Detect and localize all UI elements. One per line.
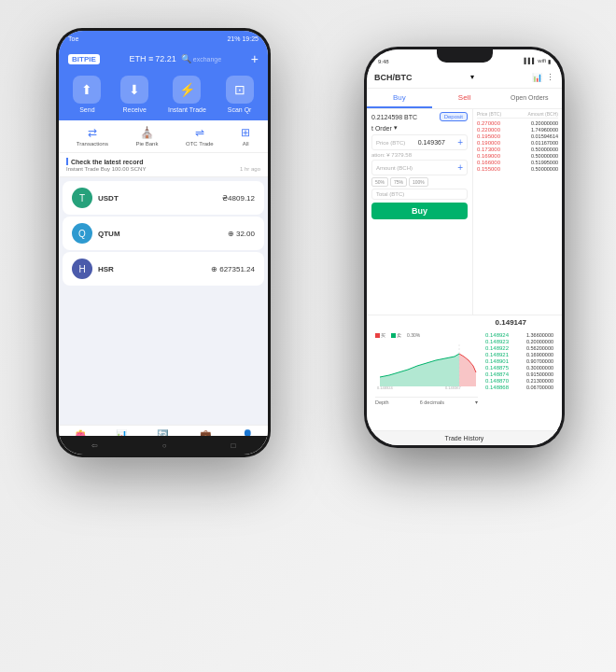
total-row[interactable]: Total (BTC) (371, 189, 468, 200)
scan-qr-button[interactable]: ⊡ Scan Qr (226, 76, 254, 113)
ob-sell-5[interactable]: 0.169000 0.50000000 (477, 153, 558, 159)
amount-plus-icon[interactable]: + (457, 162, 463, 173)
ob-buy-8[interactable]: 0.148868 0.06700000 (485, 385, 553, 390)
pct-75[interactable]: 75% (390, 177, 407, 187)
ob-buy-price-4: 0.148901 (485, 358, 509, 364)
ob-buy-2[interactable]: 0.148922 0.56200000 (485, 345, 553, 351)
amount-input-row[interactable]: Amount (BCH) + (371, 160, 468, 175)
android-carrier: Toe (68, 35, 78, 42)
pair-name: BCH/BTC (374, 73, 413, 82)
svg-text:0.148924: 0.148924 (377, 385, 393, 390)
ob-sell-6[interactable]: 0.166000 0.51995000 (477, 160, 558, 165)
buy-dot (375, 333, 380, 338)
ob-buy-7[interactable]: 0.148870 0.21300000 (485, 378, 553, 384)
pie-bank-button[interactable]: ⛪ Pie Bank (135, 126, 158, 147)
iphone-wifi: wifi (538, 58, 546, 64)
ob-buy-1[interactable]: 0.148923 0.20000000 (485, 339, 553, 344)
usdt-balance: ₴4809.12 (222, 194, 255, 203)
qtum-balance: ⊕ 32.00 (228, 230, 255, 238)
trade-history-button[interactable]: Trade History (367, 430, 562, 445)
ob-buy-0[interactable]: 0.148924 1.36600000 (485, 332, 553, 338)
notification-time: 1 hr ago (240, 166, 260, 172)
send-icon: ⬆ (73, 76, 101, 104)
tab-sell[interactable]: Sell (432, 89, 497, 108)
ob-buy-5[interactable]: 0.148875 0.30000000 (485, 365, 553, 371)
otc-trade-icon: ⇌ (195, 126, 204, 139)
ob-buy-price-1: 0.148923 (485, 339, 509, 344)
buy-button[interactable]: Buy (371, 203, 468, 219)
exchange-placeholder: exchange (193, 56, 221, 63)
ob-sell-1[interactable]: 0.220000 1.74960000 (477, 127, 558, 133)
ob-sell-2[interactable]: 0.195000 0.01594614 (477, 133, 558, 139)
send-button[interactable]: ⬆ Send (73, 76, 101, 113)
ob-buy-4[interactable]: 0.148901 0.90700000 (485, 358, 553, 364)
ob-sell-amount-0: 0.20000000 (531, 120, 558, 126)
ob-sell-amount-3: 0.01167000 (531, 140, 558, 146)
transactions-button[interactable]: ⇄ Transactions (77, 126, 108, 147)
trade-header: BCH/BTC ▾ 📊 ⋮ (367, 66, 562, 89)
ob-sell-7[interactable]: 0.155000 0.50000000 (477, 166, 558, 172)
ob-buy-amount-8: 0.06700000 (526, 385, 553, 390)
hsr-card[interactable]: H HSR ⊕ 627351.24 (63, 252, 264, 286)
search-icon[interactable]: 🔍 (181, 54, 191, 63)
bitpie-logo: BITPIE (68, 54, 100, 64)
ob-buy-price-6: 0.148874 (485, 371, 509, 377)
decimals-chevron[interactable]: ▾ (475, 399, 478, 405)
instant-trade-label: Instant Trade (168, 106, 206, 113)
ob-buy-price-3: 0.148921 (485, 352, 509, 357)
ob-sell-price-2: 0.195000 (477, 133, 500, 139)
scan-qr-icon: ⊡ (226, 76, 254, 104)
add-icon[interactable]: + (251, 51, 259, 66)
ob-price-header: Price (BTC) (477, 111, 501, 117)
tab-buy[interactable]: Buy (367, 89, 432, 108)
deposit-button[interactable]: Deposit (440, 112, 468, 121)
usdt-card[interactable]: T USDT ₴4809.12 (63, 181, 264, 215)
order-type-row[interactable]: t Order ▾ (371, 124, 468, 132)
estimation-row: ation: ¥ 7379.58 (371, 152, 468, 158)
ob-sell-4[interactable]: 0.173000 0.50000000 (477, 147, 558, 152)
android-time: 19:25 (242, 35, 259, 42)
qtum-card[interactable]: Q QTUM ⊕ 32.00 (63, 217, 264, 250)
notification-text: Instant Trade Buy 100.00 SCNY (66, 166, 146, 172)
order-type-label: t Order (371, 125, 392, 132)
ob-sell-3[interactable]: 0.190000 0.01167000 (477, 140, 558, 146)
ob-sell-amount-2: 0.01594614 (531, 133, 558, 139)
ob-header: Price (BTC) Amount (BCH) (477, 111, 558, 119)
price-plus-icon[interactable]: + (457, 137, 463, 147)
iphone-signal: ▌▌▌ (525, 58, 537, 64)
pct-50[interactable]: 50% (371, 177, 388, 187)
otc-trade-button[interactable]: ⇌ OTC Trade (186, 126, 214, 147)
ob-buy-price-7: 0.148870 (485, 378, 509, 384)
chart-icon[interactable]: 📊 (532, 73, 542, 82)
usdt-left: T USDT (72, 188, 119, 208)
ob-sell-0[interactable]: 0.270000 0.20000000 (477, 120, 558, 126)
back-icon[interactable]: ⇦ (91, 441, 98, 450)
decimals-label[interactable]: 6 decimals (420, 399, 444, 405)
ob-buy-amount-5: 0.30000000 (526, 365, 553, 371)
ob-buy-amount-4: 0.90700000 (526, 358, 553, 364)
receive-button[interactable]: ⬇ Receive (120, 76, 148, 113)
svg-marker-1 (459, 354, 476, 386)
usdt-icon: T (72, 188, 92, 208)
iphone-time: 9:48 (378, 59, 389, 64)
pair-dropdown-icon[interactable]: ▾ (470, 73, 474, 81)
home-icon[interactable]: ○ (162, 441, 167, 450)
tab-open-orders[interactable]: Open Orders (497, 89, 562, 108)
depth-label: Depth (375, 399, 389, 405)
chart-left: 买 卖 0.30% (371, 330, 482, 407)
pct-100[interactable]: 100% (409, 177, 428, 187)
all-button[interactable]: ⊞ All (241, 126, 250, 147)
more-icon[interactable]: ⋮ (546, 73, 554, 82)
iphone-battery: ▮ (548, 58, 551, 64)
hsr-icon: H (72, 259, 92, 279)
ob-buy-6[interactable]: 0.148874 0.91500000 (485, 371, 553, 377)
instant-trade-button[interactable]: ⚡ Instant Trade (168, 76, 206, 113)
pie-bank-icon: ⛪ (140, 126, 154, 139)
ob-buy-3[interactable]: 0.148921 0.16900000 (485, 352, 553, 357)
price-label: Price (BTC) (376, 140, 405, 146)
recent-icon[interactable]: □ (231, 441, 236, 450)
balance-area: T USDT ₴4809.12 Q QTUM ⊕ 32.00 (59, 177, 268, 425)
price-input-row[interactable]: Price (BTC) 0.149367 + (371, 134, 468, 150)
ob-buy-amount-3: 0.16900000 (526, 352, 553, 357)
action-buttons: ⬆ Send ⬇ Receive ⚡ Instant Trade ⊡ Scan … (59, 72, 268, 120)
